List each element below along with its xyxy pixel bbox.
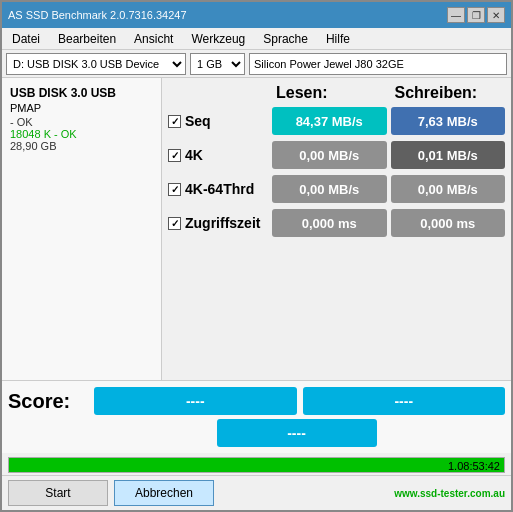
access-checkbox[interactable]: ✓ [168,217,181,230]
progress-section: 1.08:53:42 [2,453,511,475]
pmap-label: PMAP [10,102,153,114]
score-row: Score: ---- ---- [8,387,505,415]
results-header: Lesen: Schreiben: [168,84,505,102]
watermark: www.ssd-tester.com.au [394,488,505,499]
access-write-value: 0,000 ms [391,209,506,237]
score-total-value: ---- [217,419,377,447]
window-controls: — ❐ ✕ [447,7,505,23]
window-title: AS SSD Benchmark 2.0.7316.34247 [8,9,187,21]
menu-sprache[interactable]: Sprache [259,31,312,47]
start-button[interactable]: Start [8,480,108,506]
menu-bearbeiten[interactable]: Bearbeiten [54,31,120,47]
score-label: Score: [8,390,88,413]
seq-row: ✓ Seq 84,37 MB/s 7,63 MB/s [168,106,505,136]
score-section: Score: ---- ---- ---- [2,380,511,453]
seq-read-value: 84,37 MB/s [272,107,387,135]
seq-write-value: 7,63 MB/s [391,107,506,135]
minimize-button[interactable]: — [447,7,465,23]
left-panel: USB DISK 3.0 USB PMAP - OK 18048 K - OK … [2,78,162,380]
access-row: ✓ Zugriffszeit 0,000 ms 0,000 ms [168,208,505,238]
disk-size: 28,90 GB [10,140,153,152]
drive-select[interactable]: D: USB DISK 3.0 USB Device [6,53,186,75]
device-label: Silicon Power Jewel J80 32GE [249,53,507,75]
4k64-write-value: 0,00 MB/s [391,175,506,203]
seq-label: ✓ Seq [168,113,268,129]
4k-write-value: 0,01 MB/s [391,141,506,169]
main-window: AS SSD Benchmark 2.0.7316.34247 — ❐ ✕ Da… [0,0,513,512]
toolbar: D: USB DISK 3.0 USB Device 1 GB Silicon … [2,50,511,78]
menu-werkzeug[interactable]: Werkzeug [187,31,249,47]
4k-label: ✓ 4K [168,147,268,163]
4k-row: ✓ 4K 0,00 MB/s 0,01 MB/s [168,140,505,170]
results-panel: Lesen: Schreiben: ✓ Seq 84,37 MB/s 7,63 … [162,78,511,380]
progress-bar-inner [9,458,504,472]
score-total-row: ---- [8,419,505,447]
access-read-value: 0,000 ms [272,209,387,237]
main-content: USB DISK 3.0 USB PMAP - OK 18048 K - OK … [2,78,511,380]
4k64-label: ✓ 4K-64Thrd [168,181,268,197]
cancel-button[interactable]: Abbrechen [114,480,214,506]
progress-bar-outer: 1.08:53:42 [8,457,505,473]
4k64-checkbox[interactable]: ✓ [168,183,181,196]
menu-datei[interactable]: Datei [8,31,44,47]
seq-checkbox[interactable]: ✓ [168,115,181,128]
status-ok: - OK [10,116,153,128]
close-button[interactable]: ✕ [487,7,505,23]
access-label: ✓ Zugriffszeit [168,215,268,231]
score-read-value: ---- [94,387,297,415]
bottom-buttons: Start Abbrechen [8,480,214,506]
read-header: Lesen: [272,84,387,102]
4k-read-value: 0,00 MB/s [272,141,387,169]
menu-ansicht[interactable]: Ansicht [130,31,177,47]
bottom-bar: Start Abbrechen www.ssd-tester.com.au [2,475,511,510]
score-write-value: ---- [303,387,506,415]
device-name: USB DISK 3.0 USB [10,86,153,100]
menubar: Datei Bearbeiten Ansicht Werkzeug Sprach… [2,28,511,50]
status-ok-green: 18048 K - OK [10,128,153,140]
menu-hilfe[interactable]: Hilfe [322,31,354,47]
size-select[interactable]: 1 GB [190,53,245,75]
4k64-row: ✓ 4K-64Thrd 0,00 MB/s 0,00 MB/s [168,174,505,204]
progress-time: 1.08:53:42 [448,458,500,474]
restore-button[interactable]: ❐ [467,7,485,23]
header-spacer [168,84,268,102]
write-header: Schreiben: [391,84,506,102]
title-bar: AS SSD Benchmark 2.0.7316.34247 — ❐ ✕ [2,2,511,28]
4k64-read-value: 0,00 MB/s [272,175,387,203]
4k-checkbox[interactable]: ✓ [168,149,181,162]
